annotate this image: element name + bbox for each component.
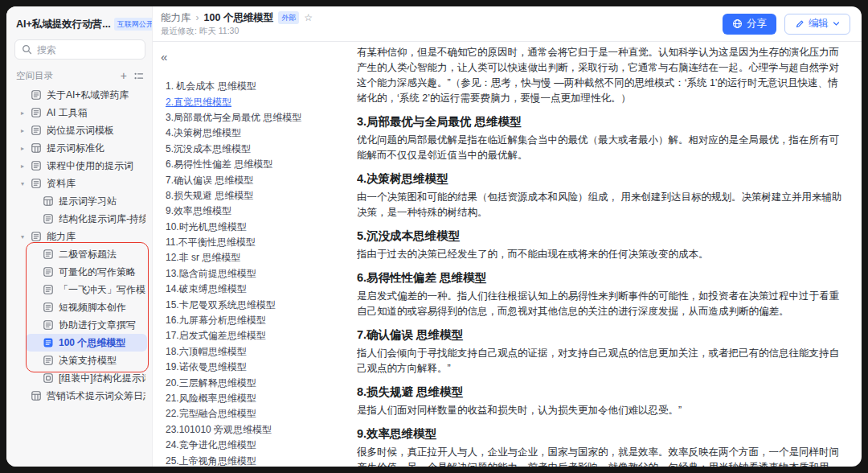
sidebar: AI+私域提效行动营... 互联网公开 ▼ 空间目录 + bbox=[6, 6, 153, 467]
sidebar-item[interactable]: ▾能力库 bbox=[14, 228, 145, 245]
workspace-visibility-badge: 互联网公开 bbox=[114, 18, 153, 31]
search-icon bbox=[22, 44, 32, 55]
section-heading: 3.局部最优与全局最优 思维模型 bbox=[357, 113, 842, 130]
sidebar-item-label: 关于AI+私域弹药库 bbox=[47, 88, 129, 102]
doc-icon bbox=[31, 231, 42, 242]
toc-item[interactable]: 3.局部最优与全局最优 思维模型 bbox=[161, 110, 357, 125]
section-heading: 6.易得性性偏差 思维模型 bbox=[357, 269, 842, 286]
toc-item[interactable]: 23.101010 旁观思维模型 bbox=[161, 422, 357, 438]
edit-button-label: 编辑 bbox=[809, 17, 829, 31]
doc-icon bbox=[43, 266, 54, 278]
section-heading: 5.沉没成本思维模型 bbox=[357, 228, 842, 244]
workspace-header[interactable]: AI+私域提效行动营... 互联网公开 ▼ bbox=[14, 16, 145, 32]
doc-icon bbox=[43, 302, 54, 313]
space-directory-label: 空间目录 bbox=[16, 70, 53, 82]
space-directory-header: 空间目录 + bbox=[14, 68, 145, 83]
toc-item[interactable]: 15.卡尼曼双系统思维模型 bbox=[161, 297, 357, 312]
sidebar-item[interactable]: [组装中]结构化提示词组装器 bbox=[14, 369, 145, 387]
intro-paragraph: 有某种信仰，但是不确知它的原因时，通常会将它归于是一种直觉。认知科学认为这是因为… bbox=[357, 45, 842, 106]
sidebar-item-label: 100 个思维模型 bbox=[59, 336, 125, 350]
toc-item[interactable]: 4.决策树思维模型 bbox=[161, 125, 357, 141]
toc-item[interactable]: 12.非 sr 思维模型 bbox=[161, 250, 357, 265]
sidebar-item[interactable]: 二极管标题法 bbox=[14, 245, 145, 263]
breadcrumb-separator-icon: › bbox=[196, 12, 199, 23]
doc-icon bbox=[31, 107, 42, 118]
toc-item[interactable]: 16.九屏幕分析思维模型 bbox=[161, 313, 357, 328]
sidebar-item[interactable]: 可量化的写作策略 bbox=[14, 263, 145, 281]
sidebar-item[interactable]: ▾资料库 bbox=[14, 175, 145, 192]
toc-item[interactable]: 22.完型融合思维模型 bbox=[161, 406, 357, 422]
sidebar-item[interactable]: 关于AI+私域弹药库 bbox=[14, 86, 145, 104]
sidebar-item[interactable]: ▸岗位提示词模板 bbox=[14, 121, 145, 139]
section-paragraph: 由一个决策图和可能的结果（包括资源成本和风险）组成， 用来创建到达目标的规划。决… bbox=[357, 190, 842, 220]
doc-filled-icon bbox=[43, 337, 54, 348]
sidebar-tree: 关于AI+私域弹药库▸AI 工具箱▸岗位提示词模板▸提示词标准化▸课程中使用的提… bbox=[14, 86, 145, 405]
toc-item[interactable]: 20.三层解释思维模型 bbox=[161, 375, 357, 390]
toc-item[interactable]: 24.竞争进化思维模型 bbox=[161, 438, 357, 453]
toc-item[interactable]: 8.损失规避 思维模型 bbox=[161, 188, 357, 204]
sidebar-item-label: 课程中使用的提示词 bbox=[47, 159, 133, 173]
sidebar-item-label: 提示词标准化 bbox=[47, 142, 104, 155]
sidebar-item-label: [组装中]结构化提示词组装器 bbox=[59, 372, 145, 385]
toc-item[interactable]: 11.不平衡性思维模型 bbox=[161, 235, 357, 250]
toc-item[interactable]: 10.时光机思维模型 bbox=[161, 220, 357, 235]
toc-item[interactable]: 14.破束缚思维模型 bbox=[161, 282, 357, 297]
sidebar-item-label: 岗位提示词模板 bbox=[47, 124, 114, 138]
page-header: 能力库 › 100 个思维模型 外部 ☆ 最近修改: 昨天 11:30 分享 bbox=[153, 6, 862, 42]
pencil-icon bbox=[795, 19, 805, 29]
doc-icon bbox=[43, 213, 54, 224]
toc-item[interactable]: 18.六顶帽思维模型 bbox=[161, 344, 357, 360]
chevron-right-icon[interactable]: ▸ bbox=[21, 145, 31, 152]
toc-item[interactable]: 1. 机会成本 思维模型 bbox=[161, 79, 357, 94]
toc-item[interactable]: 17.启发式偏差思维模型 bbox=[161, 328, 357, 343]
sidebar-item[interactable]: 短视频脚本创作 bbox=[14, 298, 145, 316]
sidebar-item[interactable]: 「一飞冲天」写作模型 bbox=[14, 281, 145, 298]
breadcrumb-current[interactable]: 100 个思维模型 bbox=[204, 11, 274, 25]
search-input[interactable] bbox=[37, 44, 138, 56]
toc-item[interactable]: 7.确认偏误 思维模型 bbox=[161, 172, 357, 187]
globe-icon bbox=[732, 19, 743, 29]
app-window: AI+私域提效行动营... 互联网公开 ▼ 空间目录 + bbox=[6, 6, 862, 467]
main-area: 能力库 › 100 个思维模型 外部 ☆ 最近修改: 昨天 11:30 分享 bbox=[153, 6, 862, 467]
toc-item[interactable]: 25.上帝视角思维模型 bbox=[161, 453, 357, 467]
toc-item[interactable]: 9.效率思维模型 bbox=[161, 204, 357, 219]
add-page-icon[interactable]: + bbox=[121, 70, 127, 81]
chevron-down-icon bbox=[833, 20, 840, 27]
collapse-toc-icon[interactable]: « bbox=[161, 50, 177, 66]
sidebar-item[interactable]: 协助进行文章撰写 bbox=[14, 316, 145, 334]
search-box[interactable] bbox=[14, 39, 145, 60]
sidebar-item-label: 可量化的写作策略 bbox=[59, 265, 136, 279]
sidebar-item[interactable]: ▸课程中使用的提示词 bbox=[14, 157, 145, 175]
sidebar-item-label: 结构化提示词库-持续更新 bbox=[59, 212, 145, 226]
chevron-right-icon[interactable]: ▸ bbox=[21, 162, 31, 170]
edit-button[interactable]: 编辑 bbox=[784, 14, 850, 35]
sidebar-item[interactable]: 营销话术提示词众筹日志 bbox=[14, 387, 145, 405]
toc-list: 1. 机会成本 思维模型2.直觉思维模型3.局部最优与全局最优 思维模型4.决策… bbox=[161, 79, 357, 467]
toc-item[interactable]: 5.沉没成本思维模型 bbox=[161, 142, 357, 157]
sidebar-item-label: 短视频脚本创作 bbox=[59, 301, 126, 315]
sidebar-item-label: 资料库 bbox=[47, 177, 76, 191]
sidebar-item[interactable]: 决策支持模型 bbox=[14, 352, 145, 369]
chevron-down-icon[interactable]: ▾ bbox=[21, 180, 31, 187]
sidebar-item[interactable]: 100 个思维模型 bbox=[14, 334, 145, 352]
last-modified-label: 最近修改: 昨天 11:30 bbox=[161, 26, 313, 37]
chevron-right-icon[interactable]: ▸ bbox=[21, 109, 31, 117]
toc-item[interactable]: 21.风险概率思维模型 bbox=[161, 391, 357, 406]
section-paragraph: 是指人们面对同样数量的收益和损失时，认为损失更加令他们难以忍受。” bbox=[357, 403, 842, 418]
sidebar-item[interactable]: 结构化提示词库-持续更新 bbox=[14, 210, 145, 228]
doc-icon bbox=[31, 178, 42, 189]
display-settings-icon[interactable] bbox=[133, 71, 144, 81]
sidebar-item[interactable]: 提示词学习站 bbox=[14, 192, 145, 210]
chevron-right-icon[interactable]: ▸ bbox=[21, 127, 31, 134]
toc-item[interactable]: 6.易得性性偏差 思维模型 bbox=[161, 157, 357, 172]
chevron-down-icon[interactable]: ▾ bbox=[21, 233, 31, 241]
star-icon[interactable]: ☆ bbox=[304, 12, 313, 23]
sidebar-item[interactable]: ▸提示词标准化 bbox=[14, 139, 145, 157]
sidebar-item[interactable]: ▸AI 工具箱 bbox=[14, 104, 145, 121]
table-icon bbox=[31, 390, 42, 401]
toc-item[interactable]: 2.直觉思维模型 bbox=[161, 94, 357, 109]
toc-item[interactable]: 19.诺依曼思维模型 bbox=[161, 360, 357, 375]
toc-item[interactable]: 13.隐含前提思维模型 bbox=[161, 266, 357, 282]
share-button[interactable]: 分享 bbox=[723, 14, 776, 35]
breadcrumb-parent[interactable]: 能力库 bbox=[161, 11, 191, 25]
